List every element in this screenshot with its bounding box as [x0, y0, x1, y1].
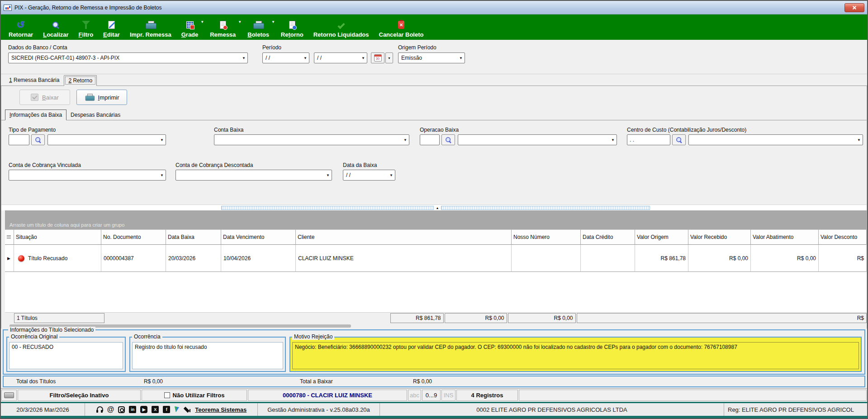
tipo-pagamento-search-button[interactable]: [31, 134, 45, 145]
toolbar-filtro-label: Filtro: [79, 31, 94, 38]
toolbar-editar[interactable]: Editar: [98, 15, 125, 39]
bottom-bar: 20/3/2026 Mar/2026 @ in ▶ X f Teorema Si…: [1, 402, 867, 418]
collapse-up-icon[interactable]: ▲: [434, 205, 441, 210]
toolbar-boletos[interactable]: Boletos: [242, 15, 274, 39]
operacao-baixa-combo[interactable]: ▼: [458, 134, 617, 145]
status-icon-segment[interactable]: [1, 390, 17, 401]
column-header-cliente[interactable]: Cliente: [296, 229, 512, 245]
toolbar-impr-remessa[interactable]: Impr. Remessa: [125, 15, 176, 39]
column-header-valor-recebido[interactable]: Valor Recebido: [688, 229, 751, 245]
period-to-combo[interactable]: / / ▼: [314, 52, 367, 63]
toolbar-grade[interactable]: Grade: [176, 15, 204, 39]
magnifier-icon: [676, 137, 682, 143]
calendar-button[interactable]: 30: [371, 52, 384, 63]
selected-record: 0000780 - CLACIR LUIZ MINSKE: [248, 390, 407, 401]
ocorrencia-original-group: Ocorrência Original 00 - RECUSADO: [6, 337, 126, 372]
close-icon: [852, 5, 857, 10]
toolbar-filtro[interactable]: Filtro: [74, 15, 99, 39]
calendar-dropdown-caret[interactable]: ▼: [385, 52, 393, 63]
main-toolbar: ↺ Retornar Localizar Filtro Editar Impr.…: [1, 14, 867, 40]
close-button[interactable]: [844, 3, 864, 12]
sub-tabs: Informações da Baixa Despesas Bancárias: [1, 109, 867, 120]
column-header-valor-origem[interactable]: Valor Origem: [635, 229, 688, 245]
facebook-icon[interactable]: f: [163, 406, 170, 413]
vendor-link[interactable]: Teorema Sistemas: [195, 406, 247, 413]
toolbar-grade-label: Grade: [181, 31, 199, 38]
ocorrencia-original-label: Ocorrência Original: [9, 333, 59, 340]
tab-informacoes-da-baixa[interactable]: Informações da Baixa: [5, 110, 66, 120]
column-header-data-vencimento[interactable]: Data Vencimento: [221, 229, 296, 245]
toolbar-localizar[interactable]: Localizar: [38, 15, 73, 39]
period-label: Período: [262, 44, 281, 51]
footer-valor-desconto: R$: [577, 313, 867, 323]
toolbar-retorno[interactable]: Retorno: [276, 15, 308, 39]
tipo-pagamento-combo[interactable]: ▼: [47, 134, 166, 145]
column-header-no-documento[interactable]: No. Documento: [101, 229, 166, 245]
origin-period-combo[interactable]: Emissão ▼: [398, 52, 465, 63]
x-icon[interactable]: X: [152, 406, 159, 413]
conta-descontada-combo[interactable]: ▼: [175, 170, 332, 181]
column-header-valor-abatimento[interactable]: Valor Abatimento: [751, 229, 819, 245]
conta-vinculada-combo[interactable]: ▼: [9, 170, 166, 181]
graduation-cap-icon[interactable]: [183, 407, 191, 412]
baixar-button[interactable]: Baixar: [19, 90, 70, 105]
headset-icon[interactable]: [96, 406, 103, 413]
tab-despesas-bancarias[interactable]: Despesas Bancárias: [66, 110, 124, 120]
toolbar-retorno-liquidados[interactable]: Retorno Liquidados: [308, 15, 374, 39]
at-icon[interactable]: @: [107, 405, 114, 414]
centro-custo-input[interactable]: . .: [627, 134, 670, 145]
edit-icon: [108, 21, 115, 29]
horizontal-splitter[interactable]: ▲: [1, 205, 867, 210]
table-row[interactable]: ▶ Título Recusado 0000004387 20/03/2026 …: [5, 245, 867, 272]
data-baixa-combo[interactable]: / / ▼: [343, 170, 395, 181]
instagram-icon[interactable]: [118, 406, 125, 413]
check-icon: [337, 22, 345, 29]
bank-combo[interactable]: SICREDI (REG-CART-01) 48907-3 - API-PIX …: [8, 52, 248, 63]
toolbar-cancelar-boleto[interactable]: Cancelar Boleto: [374, 15, 429, 39]
horizontal-scrollbar[interactable]: [5, 324, 867, 329]
magnifier-icon: [446, 137, 451, 143]
imprimir-button[interactable]: Imprimir: [76, 90, 127, 105]
conta-baixa-combo[interactable]: ▼: [214, 134, 409, 145]
tipo-pagamento-input[interactable]: [9, 134, 29, 145]
cell-valor-abatimento: R$ 0,00: [751, 245, 819, 272]
operacao-baixa-search-button[interactable]: [441, 134, 455, 145]
registration-name: Reg: ELITE AGRO PR DEFENSIVOS AGRICOL: [724, 403, 867, 416]
column-header-data-credito[interactable]: Data Crédito: [581, 229, 635, 245]
centro-custo-search-button[interactable]: [672, 134, 686, 145]
group-by-band[interactable]: Arraste um título de coluna aqui para cr…: [5, 210, 867, 229]
toolbar-retornar[interactable]: ↺ Retornar: [4, 15, 38, 39]
kite-icon: [174, 406, 179, 413]
chevron-down-icon: ▼: [361, 53, 365, 63]
toolbar-remessa[interactable]: Remessa: [205, 15, 241, 39]
origin-period-label: Origem Período: [398, 44, 436, 51]
boletos-dropdown-caret[interactable]: ▼: [271, 20, 275, 24]
youtube-icon[interactable]: ▶: [140, 406, 147, 413]
cancel-icon: [398, 21, 404, 29]
cell-valor-recebido: R$ 0,00: [688, 245, 751, 272]
remessa-dropdown-caret[interactable]: ▼: [238, 20, 242, 24]
toolbar-retornar-label: Retornar: [9, 31, 33, 38]
grade-dropdown-caret[interactable]: ▼: [200, 20, 204, 24]
nao-utilizar-filtros-checkbox[interactable]: [164, 392, 170, 398]
column-header-situacao[interactable]: Situação: [14, 229, 101, 245]
centro-custo-combo[interactable]: ▼: [688, 134, 863, 145]
undo-icon: ↺: [17, 20, 25, 29]
period-from-combo[interactable]: / / ▼: [262, 52, 309, 63]
operacao-baixa-input[interactable]: [420, 134, 440, 145]
toolbar-cancelar-boleto-label: Cancelar Boleto: [379, 31, 424, 38]
motivo-rejeicao-value: Negócio: Beneficiário: 36668890000232 op…: [292, 342, 859, 369]
tab-retorno[interactable]: 2 Retorno: [64, 75, 97, 86]
column-header-valor-desconto[interactable]: Valor Desconto: [819, 229, 867, 245]
linkedin-icon[interactable]: in: [129, 406, 136, 413]
grid-header-row: Situação No. Documento Data Baixa Data V…: [5, 229, 867, 245]
cell-cliente: CLACIR LUIZ MINSKE: [296, 245, 512, 272]
column-header-data-baixa[interactable]: Data Baixa: [166, 229, 221, 245]
tab-remessa-bancaria[interactable]: 1 Remessa Bancária: [5, 75, 64, 86]
imprimir-label: Imprimir: [98, 94, 119, 101]
app-window: PIX - Geração, Retorno de Remessa e Impr…: [0, 0, 868, 419]
column-header-indicator[interactable]: [5, 229, 14, 245]
funnel-icon: [82, 21, 90, 29]
footer-valor-recebido: R$ 0,00: [445, 313, 507, 323]
column-header-nosso-numero[interactable]: Nosso Número: [512, 229, 581, 245]
